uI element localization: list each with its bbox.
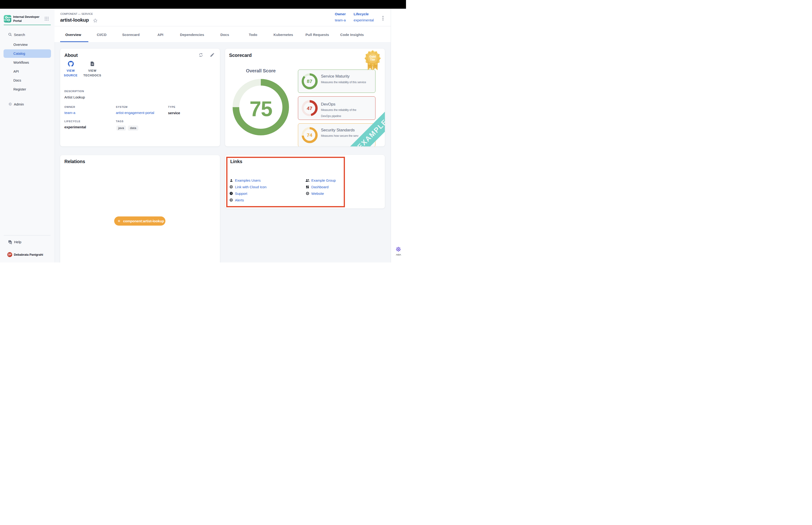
svg-text:?: ? xyxy=(9,240,10,242)
svg-text:Gold: Gold xyxy=(369,55,376,58)
svg-text:?: ? xyxy=(230,192,232,195)
svg-text:Tier: Tier xyxy=(370,58,375,61)
